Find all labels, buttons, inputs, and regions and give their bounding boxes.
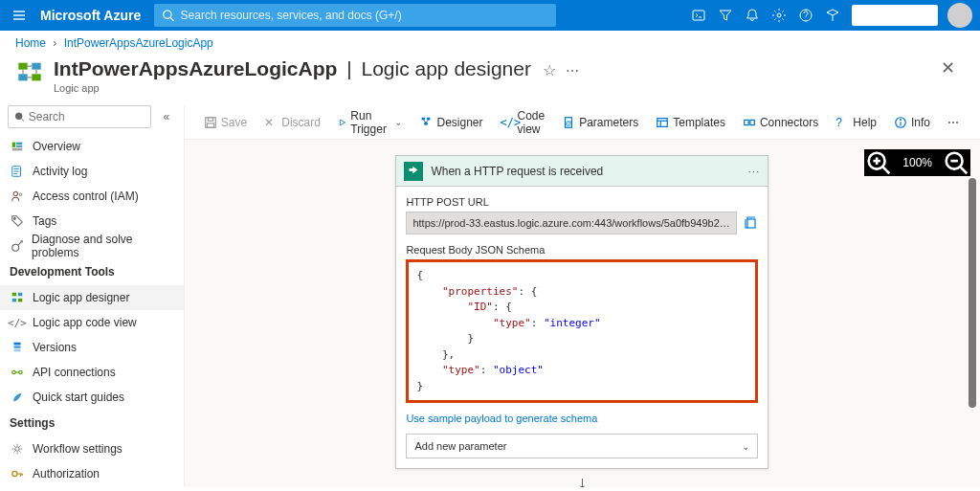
sidebar-item-authorization[interactable]: Authorization (0, 461, 184, 486)
sidebar-item-code-view[interactable]: </>Logic app code view (0, 310, 184, 335)
favorite-star-icon[interactable]: ☆ (543, 61, 556, 79)
code-view-button[interactable]: </>Code view (493, 105, 553, 140)
svg-rect-34 (14, 343, 21, 346)
sidebar-item-workflow-settings[interactable]: Workflow settings (0, 436, 184, 461)
directory-field[interactable] (852, 5, 938, 26)
designer-button[interactable]: Designer (412, 105, 490, 140)
chevron-down-icon: ⌄ (742, 441, 749, 452)
breadcrumb: Home › IntPowerAppsAzureLogicApp (0, 31, 980, 56)
zoom-in-button[interactable] (864, 149, 893, 176)
svg-point-6 (777, 13, 781, 17)
svg-rect-57 (750, 120, 754, 124)
chevron-down-icon: ⌄ (394, 117, 402, 127)
user-avatar[interactable] (947, 3, 972, 28)
svg-point-40 (15, 447, 19, 451)
schema-label: Request Body JSON Schema (406, 244, 758, 256)
use-sample-payload-link[interactable]: Use sample payload to generate schema (406, 413, 758, 424)
svg-rect-30 (12, 293, 16, 297)
svg-rect-33 (18, 299, 22, 302)
sidebar-item-designer[interactable]: Logic app designer (0, 285, 184, 310)
brand-label: Microsoft Azure (34, 8, 154, 23)
search-icon (162, 9, 174, 22)
sidebar-item-overview[interactable]: Overview (0, 134, 184, 159)
svg-rect-46 (422, 117, 426, 120)
parameters-button[interactable]: @Parameters (554, 105, 646, 140)
url-label: HTTP POST URL (406, 196, 758, 208)
svg-rect-5 (693, 11, 704, 20)
svg-rect-69 (747, 219, 755, 228)
sidebar-section-dev: Development Tools (0, 258, 184, 285)
resource-icon (15, 57, 44, 86)
save-button[interactable]: Save (196, 105, 255, 140)
connectors-button[interactable]: Connectors (735, 105, 826, 140)
sidebar-item-api-connections[interactable]: API connections (0, 360, 184, 385)
svg-rect-35 (14, 346, 21, 348)
directory-filter-icon[interactable] (712, 0, 739, 31)
svg-line-4 (170, 17, 173, 20)
zoom-control: 100% (864, 149, 970, 176)
sidebar-item-access-keys[interactable]: Access keys (0, 486, 184, 487)
svg-point-3 (164, 11, 171, 18)
sidebar-item-tags[interactable]: Tags (0, 209, 184, 234)
collapse-sidebar-icon[interactable]: « (157, 110, 176, 123)
svg-line-17 (21, 119, 24, 122)
run-trigger-button[interactable]: Run Trigger⌄ (330, 105, 411, 140)
notifications-icon[interactable] (739, 0, 766, 31)
svg-rect-9 (32, 63, 40, 70)
cloud-shell-icon[interactable] (685, 0, 712, 31)
svg-point-26 (13, 191, 17, 195)
resource-more-icon[interactable]: ⋯ (566, 63, 580, 78)
sidebar-item-diagnose[interactable]: Diagnose and solve problems (0, 234, 184, 258)
sidebar-item-activity-log[interactable]: Activity log (0, 159, 184, 184)
schema-editor[interactable]: { "properties": { "ID": { "type": "integ… (406, 259, 758, 403)
svg-rect-18 (12, 143, 16, 147)
info-button[interactable]: Info (886, 105, 938, 140)
svg-line-50 (426, 120, 429, 123)
canvas-scrollbar[interactable] (969, 178, 976, 483)
svg-rect-31 (18, 293, 22, 297)
http-post-url: https://prod-33.eastus.logic.azure.com:4… (406, 212, 737, 234)
sidebar-item-versions[interactable]: Versions (0, 335, 184, 360)
breadcrumb-home[interactable]: Home (15, 36, 46, 50)
resource-type: Logic app (54, 82, 580, 94)
svg-rect-10 (18, 74, 27, 80)
trigger-node[interactable]: When a HTTP request is received ··· HTTP… (395, 155, 768, 469)
node-more-icon[interactable]: ··· (747, 165, 760, 178)
svg-rect-20 (16, 145, 22, 147)
global-search-input[interactable] (181, 9, 549, 22)
svg-line-67 (961, 167, 968, 174)
zoom-value: 100% (893, 156, 942, 169)
templates-button[interactable]: Templates (648, 105, 733, 140)
help-button[interactable]: ?Help (828, 105, 884, 140)
search-icon (14, 111, 25, 123)
svg-line-63 (883, 167, 890, 174)
close-blade-icon[interactable]: ✕ (941, 57, 965, 78)
toolbar-more-icon[interactable]: ⋯ (940, 105, 969, 140)
page-title: IntPowerAppsAzureLogicApp (54, 57, 337, 80)
settings-icon[interactable] (766, 0, 792, 31)
svg-rect-44 (208, 117, 212, 121)
hamburger-menu[interactable] (4, 0, 34, 31)
page-subtitle: Logic app designer (361, 57, 530, 80)
sidebar-search[interactable] (8, 105, 151, 128)
flow-arrow-icon: ↓ (395, 469, 768, 487)
svg-rect-45 (207, 123, 213, 126)
svg-point-61 (901, 119, 902, 120)
global-search[interactable] (154, 4, 556, 27)
sidebar-search-input[interactable] (29, 110, 145, 123)
svg-rect-47 (427, 117, 431, 120)
breadcrumb-current[interactable]: IntPowerAppsAzureLogicApp (64, 36, 213, 50)
add-parameter-dropdown[interactable]: Add new parameter ⌄ (406, 434, 758, 458)
http-request-icon (404, 162, 423, 181)
feedback-icon[interactable] (819, 0, 846, 31)
zoom-out-button[interactable] (942, 149, 970, 176)
sidebar-item-quickstart[interactable]: Quick start guides (0, 385, 184, 410)
sidebar-item-access-control[interactable]: Access control (IAM) (0, 184, 184, 209)
copy-url-button[interactable] (743, 214, 758, 233)
help-icon[interactable] (792, 0, 819, 31)
svg-point-28 (14, 218, 16, 220)
discard-button[interactable]: ✕Discard (256, 105, 328, 140)
svg-point-37 (12, 370, 16, 374)
node-title: When a HTTP request is received (431, 165, 747, 178)
svg-text:@: @ (566, 119, 572, 125)
